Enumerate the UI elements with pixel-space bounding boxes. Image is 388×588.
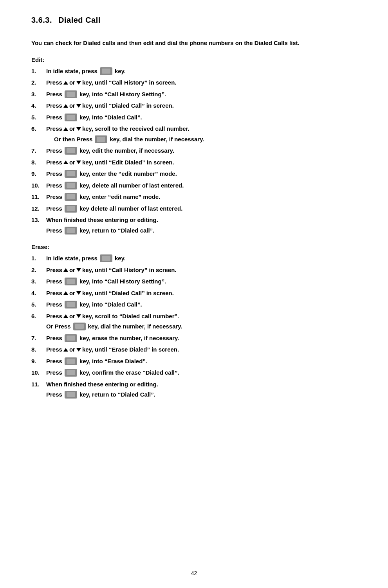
step-text-before: Press	[46, 345, 62, 354]
step-text-after: key, into “Dialed Call”.	[79, 300, 142, 309]
arrow-down-icon	[76, 127, 81, 131]
key-button-icon	[95, 135, 107, 143]
list-item: 7.Press key, erase the number, if necess…	[31, 334, 357, 343]
edit-heading: Edit:	[31, 56, 357, 63]
list-item: 5.Press key, into “Dialed Call”.	[31, 113, 357, 122]
arrow-down-icon	[76, 104, 81, 108]
step-text-before: In idle state, press	[46, 254, 97, 263]
step-content: Press or key, until “Erase Dialed” in sc…	[46, 345, 179, 354]
step-text-before: Press	[46, 204, 62, 213]
section-number: 3.6.3.	[31, 16, 52, 25]
step-text-after: key, into “Call History Setting”.	[79, 277, 166, 286]
arrow-up-icon	[63, 348, 68, 352]
step-text-before: In idle state, press	[46, 67, 97, 76]
list-item: 4.Press or key, until “Dialed Call” in s…	[31, 101, 357, 110]
arrow-down-icon	[76, 161, 81, 164]
list-item: 4.Press or key, until “Dialed Call” in s…	[31, 289, 357, 298]
step-text-before: Press	[46, 78, 62, 87]
key-button-icon	[65, 90, 77, 98]
page-container: 3.6.3. Dialed Call You can check for Dia…	[0, 0, 388, 431]
key-button-icon	[73, 323, 86, 330]
step-text-after: key, confirm the erase “Dialed call”.	[79, 368, 179, 377]
step-text-after: key, erase the number, if necessary.	[79, 334, 179, 343]
key-button-icon	[65, 205, 77, 213]
step-line2-text-after: key, dial the number, if necessary.	[110, 135, 204, 144]
step-text-after: key, edit the number, if necessary.	[79, 146, 174, 155]
list-item: 10.Press key, confirm the erase “Dialed …	[31, 368, 357, 377]
arrow-up-icon	[63, 314, 68, 318]
key-button-icon	[65, 301, 77, 308]
key-button-icon	[65, 114, 77, 121]
step-text-before: Press	[46, 300, 62, 309]
step-text-before: Press	[46, 368, 62, 377]
arrow-up-icon	[63, 104, 68, 108]
list-item: 2.Press or key, until “Call History” in …	[31, 78, 357, 87]
step-content: Press or key, until “Call History” in sc…	[46, 266, 177, 275]
step-content: When finished these entering or editing.…	[46, 380, 267, 399]
step-number: 2.	[31, 78, 46, 87]
list-item: 2.Press or key, until “Call History” in …	[31, 266, 357, 275]
step-content: Press or key, scroll to “Dialed call num…	[46, 312, 315, 331]
step-number: 10.	[31, 181, 46, 190]
erase-steps-list: 1.In idle state, press key.2.Press or ke…	[31, 254, 357, 399]
step-number: 1.	[31, 254, 46, 263]
step-number: 2.	[31, 266, 46, 275]
step-number: 4.	[31, 101, 46, 110]
key-button-icon	[65, 369, 77, 377]
arrow-up-icon	[63, 268, 68, 272]
step-content: Press or key, until “Dialed Call” in scr…	[46, 289, 174, 298]
list-item: 7.Press key, edit the number, if necessa…	[31, 146, 357, 155]
step-number: 9.	[31, 170, 46, 179]
arrow-down-icon	[76, 291, 81, 295]
step-text-before: Press	[46, 101, 62, 110]
step-text-after: key, scroll to the received call number.	[82, 124, 189, 133]
list-item: 8.Press or key, until “Erase Dialed” in …	[31, 345, 357, 354]
step-number: 5.	[31, 113, 46, 122]
step-text-before: Press	[46, 146, 62, 155]
list-item: 6.Press or key, scroll to the received c…	[31, 124, 357, 144]
edit-steps-list: 1.In idle state, press key.2.Press or ke…	[31, 67, 357, 235]
step-text-after: key, enter “edit name” mode.	[79, 193, 160, 202]
list-item: 3.Press key, into “Call History Setting”…	[31, 277, 357, 286]
step-text-before: Press	[46, 193, 62, 202]
step-number: 1.	[31, 67, 46, 76]
step-line2-text-before: Or Press	[46, 322, 71, 331]
key-button-icon	[65, 278, 77, 285]
step-text-before: Press	[46, 181, 62, 190]
step-line2-text-before: Or then Press	[54, 135, 92, 144]
edit-section: Edit: 1.In idle state, press key.2.Press…	[31, 56, 357, 235]
key-button-icon	[100, 254, 112, 262]
step-content: Press key, into “Erase Dialed”.	[46, 357, 147, 366]
list-item: 10.Press key, delete all number of last …	[31, 181, 357, 190]
step-content: Press or key, until “Call History” in sc…	[46, 78, 177, 87]
step-text-after: key, delete all number of last entered.	[79, 181, 184, 190]
step-line2-text-after: key, dial the number, if necessary.	[88, 322, 182, 331]
step-text-after: key.	[115, 67, 126, 76]
step-number: 12.	[31, 204, 46, 213]
step-content: Press key, confirm the erase “Dialed cal…	[46, 368, 179, 377]
step-number: 8.	[31, 345, 46, 354]
step-text-before: Press	[46, 312, 62, 321]
step-text-after: key, until “Edit Dialed” in screen.	[82, 158, 174, 167]
step-content: Press key, erase the number, if necessar…	[46, 334, 179, 343]
list-item: 11.When finished these entering or editi…	[31, 380, 357, 399]
list-item: 12.Press key delete all number of last e…	[31, 204, 357, 213]
step-number: 10.	[31, 368, 46, 377]
key-button-icon	[65, 193, 77, 201]
erase-heading: Erase:	[31, 243, 357, 250]
key-button-icon	[65, 227, 77, 234]
key-button-icon	[100, 67, 112, 75]
step-number: 13.	[31, 216, 46, 225]
step-text-before: Press	[46, 289, 62, 298]
step-number: 5.	[31, 300, 46, 309]
step-content: Press or key, until “Dialed Call” in scr…	[46, 101, 174, 110]
step-text-after: key, until “Dialed Call” in screen.	[82, 101, 174, 110]
arrow-down-icon	[76, 348, 81, 352]
step-text-after: key, until “Dialed Call” in screen.	[82, 289, 174, 298]
step-content: Press key, enter “edit name” mode.	[46, 193, 160, 202]
step-number: 3.	[31, 277, 46, 286]
step-text-before: Press	[46, 170, 62, 179]
list-item: 3.Press key, into “Call History Setting”…	[31, 90, 357, 99]
step-text-before: Press	[46, 334, 62, 343]
key-button-icon	[65, 147, 77, 155]
